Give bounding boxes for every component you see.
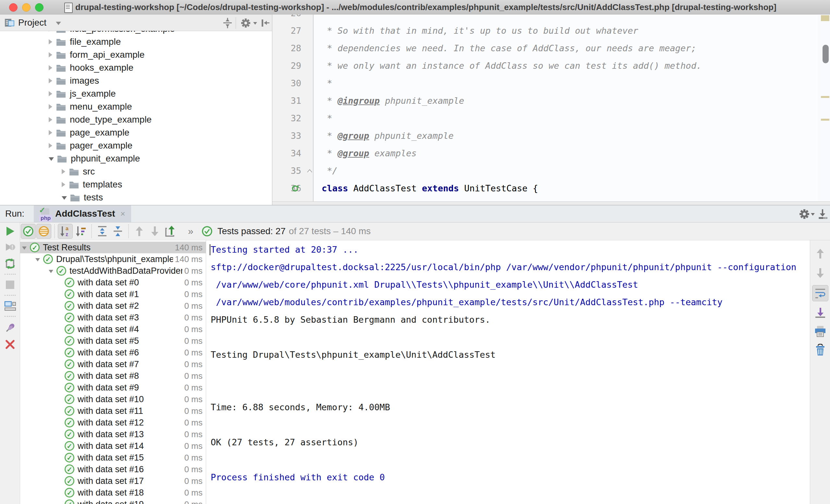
editor-line[interactable]: 35 */: [272, 162, 830, 180]
print-icon[interactable]: [812, 323, 828, 340]
code-editor[interactable]: 2627 * So with that in mind, it's up to …: [272, 14, 830, 205]
chevron-right-icon[interactable]: [49, 117, 52, 122]
minimize-window-button[interactable]: [22, 3, 31, 12]
project-tree-row[interactable]: tests: [0, 191, 272, 204]
chevron-down-icon[interactable]: [49, 157, 54, 161]
editor-line[interactable]: 30 *: [272, 75, 830, 92]
test-result-row[interactable]: ✓with data set #20 ms: [20, 300, 206, 312]
chevron-down-icon[interactable]: [62, 196, 67, 200]
down-stack-trace-button[interactable]: [812, 265, 828, 281]
stripe-mark[interactable]: [821, 96, 829, 98]
test-result-row[interactable]: ✓with data set #80 ms: [20, 370, 206, 382]
test-result-row[interactable]: ✓with data set #90 ms: [20, 382, 206, 394]
stripe-mark[interactable]: [821, 119, 829, 121]
stop-button[interactable]: [4, 278, 16, 291]
chevron-right-icon[interactable]: [49, 78, 52, 83]
test-result-row[interactable]: ✓with data set #10 ms: [20, 288, 206, 300]
more-actions-chevrons[interactable]: »: [188, 226, 194, 237]
project-tree-row[interactable]: src: [0, 165, 272, 178]
chevron-right-icon[interactable]: [49, 52, 52, 58]
settings-gear-icon[interactable]: [799, 208, 810, 220]
close-tab-icon[interactable]: ×: [121, 209, 125, 219]
test-result-row[interactable]: ✓with data set #120 ms: [20, 417, 206, 429]
show-ignored-toggle[interactable]: [36, 224, 51, 239]
project-tree-row[interactable]: field_permission_example: [0, 31, 272, 35]
project-tree-row[interactable]: phpunit_example: [0, 152, 272, 165]
test-result-row[interactable]: ✓with data set #40 ms: [20, 323, 206, 335]
editor-horizontal-scrollbar[interactable]: [272, 201, 830, 205]
chevron-right-icon[interactable]: [49, 104, 52, 109]
editor-line[interactable]: 33 * @group phpunit_example: [272, 127, 830, 145]
editor-line[interactable]: 29 * we only want an instance of AddClas…: [272, 57, 830, 75]
show-passed-toggle[interactable]: [21, 224, 36, 239]
chevron-down-icon[interactable]: [35, 258, 40, 261]
project-tree-row[interactable]: pager_example: [0, 139, 272, 152]
chevron-right-icon[interactable]: [49, 39, 52, 44]
test-result-row[interactable]: ✓with data set #140 ms: [20, 440, 206, 452]
test-result-row[interactable]: ✓Test Results140 ms: [20, 242, 206, 253]
close-window-button[interactable]: [9, 3, 18, 12]
test-result-row[interactable]: ✓with data set #130 ms: [20, 429, 206, 440]
editor-line[interactable]: 34 * @group examples: [272, 145, 830, 162]
test-result-row[interactable]: ✓with data set #190 ms: [20, 499, 206, 504]
project-panel-title[interactable]: Project: [18, 14, 46, 31]
hide-panel-icon[interactable]: [260, 18, 271, 29]
next-occurrence-button[interactable]: [147, 224, 162, 239]
test-result-row[interactable]: ✓Drupal\Tests\phpunit_example140 ms: [20, 253, 206, 265]
rerun-failed-tests-button[interactable]: [4, 241, 16, 254]
test-result-row[interactable]: ✓testAddWithBadDataProvider0 ms: [20, 265, 206, 277]
stripe-mark[interactable]: [821, 15, 829, 21]
chevron-right-icon[interactable]: [49, 91, 52, 96]
console-output[interactable]: Testing started at 20:37 ...sftp://docke…: [206, 240, 810, 504]
test-result-row[interactable]: ✓with data set #150 ms: [20, 452, 206, 464]
clear-all-trash-icon[interactable]: [812, 342, 828, 358]
project-tree-row[interactable]: node_type_example: [0, 113, 272, 126]
pin-tab-button[interactable]: [4, 321, 16, 335]
up-stack-trace-button[interactable]: [812, 245, 828, 262]
run-test-gutter-icon[interactable]: [290, 184, 299, 193]
run-tab-addclasstest[interactable]: ✓ php AddClassTest ×: [34, 205, 131, 222]
project-tree-row[interactable]: js_example: [0, 87, 272, 100]
soft-wrap-toggle[interactable]: [812, 285, 828, 301]
chevron-right-icon[interactable]: [49, 65, 52, 70]
settings-gear-icon[interactable]: [240, 18, 251, 29]
test-result-row[interactable]: ✓with data set #160 ms: [20, 464, 206, 475]
test-result-row[interactable]: ✓with data set #110 ms: [20, 405, 206, 417]
editor-line[interactable]: 32 *: [272, 110, 830, 127]
chevron-right-icon[interactable]: [49, 143, 52, 148]
collapse-all-icon[interactable]: [222, 18, 233, 29]
editor-line[interactable]: 36class AddClassTest extends UnitTestCas…: [272, 180, 830, 197]
chevron-down-icon[interactable]: [22, 246, 27, 250]
close-panel-button[interactable]: [4, 338, 16, 350]
editor-line[interactable]: 31 * @ingroup phpunit_example: [272, 92, 830, 110]
scroll-to-end-button[interactable]: [812, 305, 828, 321]
test-result-row[interactable]: ✓with data set #30 ms: [20, 312, 206, 323]
test-result-row[interactable]: ✓with data set #60 ms: [20, 347, 206, 358]
restore-layout-button[interactable]: [4, 300, 16, 312]
hide-panel-down-icon[interactable]: [817, 208, 828, 220]
project-tree-row[interactable]: file_example: [0, 35, 272, 48]
editor-scrollbar-thumb[interactable]: [823, 45, 829, 63]
chevron-right-icon[interactable]: [62, 182, 65, 187]
collapse-all-button[interactable]: [110, 224, 125, 239]
project-tree-row[interactable]: page_example: [0, 126, 272, 139]
chevron-down-icon[interactable]: [49, 270, 53, 273]
editor-line[interactable]: 27 * So with that in mind, it's up to us…: [272, 22, 830, 40]
project-tree-row[interactable]: images: [0, 74, 272, 87]
toggle-auto-test-button[interactable]: [4, 258, 16, 270]
sort-alphabetically-toggle[interactable]: a z: [58, 224, 73, 239]
project-tree-row[interactable]: form_api_example: [0, 48, 272, 61]
editor-line[interactable]: 26: [272, 14, 830, 22]
test-result-row[interactable]: ✓with data set #70 ms: [20, 358, 206, 370]
chevron-right-icon[interactable]: [62, 169, 65, 174]
expand-all-button[interactable]: [95, 224, 110, 239]
test-result-row[interactable]: ✓with data set #100 ms: [20, 394, 206, 405]
import-test-results-button[interactable]: [163, 224, 178, 239]
test-result-row[interactable]: ✓with data set #170 ms: [20, 475, 206, 487]
rerun-button[interactable]: [4, 225, 16, 237]
test-result-row[interactable]: ✓with data set #180 ms: [20, 487, 206, 499]
fold-marker-icon[interactable]: [306, 168, 313, 174]
project-tree-row[interactable]: hooks_example: [0, 61, 272, 74]
zoom-window-button[interactable]: [35, 3, 43, 12]
project-tree-row[interactable]: menu_example: [0, 100, 272, 113]
